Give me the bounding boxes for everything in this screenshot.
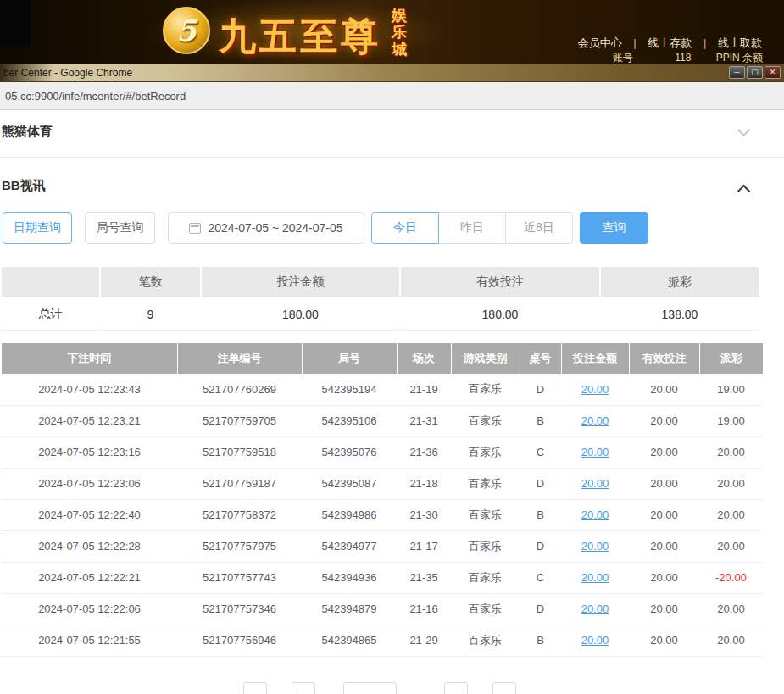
cell-valid-bet: 20.00 [629,499,699,530]
cell-game-type: 百家乐 [451,436,520,468]
quick-yesterday-button[interactable]: 昨日 [438,212,506,244]
bet-amount-link[interactable]: 20.00 [581,634,609,647]
pagination-size-select[interactable] [343,682,397,694]
table-row: 2024-07-05 12:22:28521707757975542394977… [2,530,763,562]
table-row: 2024-07-05 12:22:06521707757346542394879… [2,593,763,625]
column-header: 有效投注 [629,343,699,374]
cell-valid-bet: 20.00 [629,436,699,468]
column-header: 桌号 [520,343,561,374]
quick-today-button[interactable]: 今日 [371,212,439,244]
top-nav: 会员中心 | 线上存款 | 线上取款 [575,36,765,51]
cell-game-type: 百家乐 [451,562,520,593]
date-query-button[interactable]: 日期查询 [3,212,72,244]
chevron-down-icon[interactable] [737,124,751,137]
cell-game-type: 百家乐 [451,468,520,499]
summary-bet-value: 180.00 [201,298,400,330]
close-button[interactable]: ✕ [765,66,781,79]
pagination-next-button[interactable] [444,682,468,694]
cell-time: 2024-07-05 12:21:55 [2,625,177,656]
casino-logo-icon: 5 [163,7,210,54]
pagination-page-button[interactable] [292,682,315,694]
cell-time: 2024-07-05 12:23:43 [2,374,177,405]
brand-title: 九五至尊 [219,12,381,62]
cell-session: 21-29 [397,625,451,656]
cell-session: 21-36 [397,436,451,468]
pagination [0,682,784,694]
cell-time: 2024-07-05 12:23:21 [2,405,177,436]
dark-corner-block [0,0,31,47]
summary-header-count: 笔数 [100,267,201,298]
section-bb-video[interactable]: BB视讯 [2,178,46,194]
cell-payout: 20.00 [699,593,763,625]
chevron-up-icon[interactable] [737,185,751,198]
nav-online-deposit[interactable]: 线上存款 [648,36,692,49]
bet-table-body: 2024-07-05 12:23:43521707760269542395194… [2,374,763,656]
cell-round-no: 542394986 [302,499,397,530]
summary-header-blank [2,267,100,298]
cell-game-type: 百家乐 [451,405,520,436]
cell-order-no: 521707757975 [177,530,302,562]
nav-online-withdraw[interactable]: 线上取款 [718,36,762,49]
bet-amount-link[interactable]: 20.00 [581,540,609,552]
search-button[interactable]: 查询 [580,212,648,244]
cell-game-type: 百家乐 [451,499,520,530]
filter-bar: 日期查询 局号查询 2024-07-05 ~ 2024-07-05 今日 昨日 … [0,212,784,244]
table-row: 2024-07-05 12:23:06521707759187542395087… [2,468,763,499]
chrome-popup-window: ber Center - Google Chrome ─ ▢ ✕ 05.cc:9… [0,64,784,694]
section-panda-sports[interactable]: 熊猫体育 [2,124,53,140]
bet-amount-link[interactable]: 20.00 [581,414,609,427]
column-header: 投注金额 [561,343,629,374]
quick-8days-button[interactable]: 近8日 [505,212,573,244]
cell-time: 2024-07-05 12:22:21 [2,562,177,593]
table-row: 2024-07-05 12:22:40521707758372542394986… [2,499,763,530]
balance-fragment: PPIN 余额 [716,52,763,64]
window-titlebar[interactable]: ber Center - Google Chrome ─ ▢ ✕ [0,64,784,82]
cell-valid-bet: 20.00 [629,530,699,562]
quick-range-group: 今日 昨日 近8日 [371,212,573,244]
cell-session: 21-30 [397,499,451,530]
calendar-icon [189,223,201,234]
pagination-jump-input[interactable] [492,682,516,694]
summary-count-value: 9 [100,298,201,330]
table-row: 2024-07-05 12:22:21521707757743542394936… [2,562,763,593]
date-range-picker[interactable]: 2024-07-05 ~ 2024-07-05 [168,212,364,244]
brand-badge: 娱乐城 [392,7,410,58]
bet-amount-link[interactable]: 20.00 [581,383,609,396]
pagination-prev-button[interactable] [243,682,267,694]
cell-order-no: 521707757743 [177,562,302,593]
maximize-button[interactable]: ▢ [747,66,763,79]
round-query-button[interactable]: 局号查询 [85,212,155,244]
cell-table-no: B [520,499,561,530]
cell-bet-amount: 20.00 [561,562,629,593]
cell-session: 21-17 [397,530,451,562]
nav-member-center[interactable]: 会员中心 [578,36,622,49]
cell-time: 2024-07-05 12:22:06 [2,593,177,625]
bet-amount-link[interactable]: 20.00 [581,571,609,584]
cell-round-no: 542394977 [302,530,397,562]
bet-amount-link[interactable]: 20.00 [581,477,609,490]
cell-payout: 20.00 [699,468,763,499]
minimize-button[interactable]: ─ [729,66,745,79]
table-row: 2024-07-05 12:23:43521707760269542395194… [2,374,763,405]
column-header: 场次 [397,343,451,374]
cell-table-no: D [520,593,561,625]
cell-session: 21-35 [397,562,451,593]
cell-table-no: B [520,405,561,436]
nav-separator: | [703,36,706,49]
cell-order-no: 521707760269 [177,374,302,405]
cell-order-no: 521707756946 [177,625,302,656]
cell-valid-bet: 20.00 [629,593,699,625]
cell-payout: 20.00 [699,436,763,468]
summary-valid-value: 180.00 [400,298,600,330]
bet-amount-link[interactable]: 20.00 [581,602,609,615]
section-divider [0,157,784,158]
casino-banner: 5 九五至尊 娱乐城 会员中心 | 线上存款 | 线上取款 账号 118 PPI… [0,0,784,64]
bet-amount-link[interactable]: 20.00 [581,446,609,458]
bet-amount-link[interactable]: 20.00 [581,508,609,521]
address-bar[interactable]: 05.cc:9900/infe/mcenter/#/betRecord [0,82,784,110]
cell-payout: 19.00 [699,374,763,405]
cell-table-no: D [520,530,561,562]
cell-session: 21-16 [397,593,451,625]
cell-valid-bet: 20.00 [629,562,699,593]
cell-game-type: 百家乐 [451,374,520,405]
